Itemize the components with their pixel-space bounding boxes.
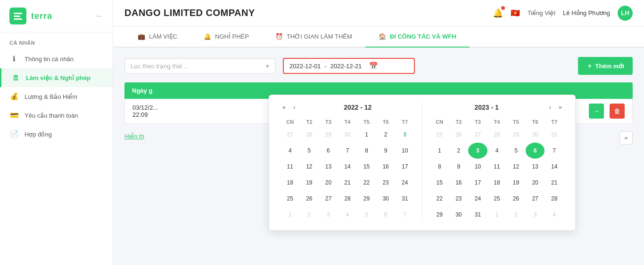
show-more-link[interactable]: Hiển th: [124, 133, 144, 140]
cal-day-cell[interactable]: 9: [376, 143, 396, 159]
cal-day-cell[interactable]: 19: [300, 175, 319, 191]
cal-day-cell[interactable]: 14: [545, 159, 564, 175]
cal-day-cell[interactable]: 15: [357, 159, 376, 175]
cal-day-cell[interactable]: 14: [338, 159, 357, 175]
cal-day-cell[interactable]: 28: [545, 191, 564, 207]
cal-day-cell[interactable]: 3: [395, 127, 414, 143]
status-filter-select[interactable]: Lọc theo trạng thái ... ▾: [124, 58, 275, 74]
cal-day-cell[interactable]: 6: [376, 207, 396, 223]
cal-day-cell[interactable]: 1: [281, 207, 300, 223]
tab-cong-tac[interactable]: 🏠ĐI CÔNG TÁC VÀ WFH: [365, 26, 470, 48]
cal-day-cell[interactable]: 27: [526, 191, 545, 207]
tab-lam-viec[interactable]: 💼LÀM VIỆC: [124, 26, 190, 48]
tab-thoi-gian[interactable]: ⏰THỜI GIAN LÀM THÊM: [262, 26, 365, 48]
cal-day-cell[interactable]: 2: [506, 207, 526, 223]
sidebar-item-thong-tin[interactable]: ℹThông tin cá nhân: [0, 49, 113, 68]
cal-day-cell[interactable]: 25: [430, 127, 449, 143]
cal-day-cell[interactable]: 13: [319, 159, 338, 175]
cal-day-cell[interactable]: 2: [300, 207, 319, 223]
cal-day-cell[interactable]: 29: [430, 207, 449, 223]
cal-day-cell[interactable]: 23: [376, 175, 396, 191]
cal-day-cell[interactable]: 5: [357, 207, 376, 223]
cal-day-cell[interactable]: 20: [319, 175, 338, 191]
cal-day-cell[interactable]: 2: [376, 127, 396, 143]
sidebar-item-yeu-cau[interactable]: 💳Yêu cầu thanh toán: [0, 106, 113, 125]
cal-day-cell[interactable]: 7: [395, 207, 414, 223]
cal-day-cell[interactable]: 30: [526, 127, 545, 143]
cal-day-cell[interactable]: 27: [281, 127, 300, 143]
cal-day-cell[interactable]: 5: [506, 143, 526, 159]
cal-day-cell[interactable]: 29: [319, 127, 338, 143]
cal-day-cell[interactable]: 10: [468, 159, 487, 175]
cal-day-cell[interactable]: 6: [319, 143, 338, 159]
cal-day-cell[interactable]: 16: [376, 159, 396, 175]
cal-day-cell[interactable]: 6: [526, 143, 545, 159]
cal-day-cell[interactable]: 4: [545, 207, 564, 223]
cal-day-cell[interactable]: 28: [300, 127, 319, 143]
sidebar-item-hop-dong[interactable]: 📄Hợp đồng: [0, 125, 113, 144]
notification-icon[interactable]: 🔔: [493, 8, 503, 18]
cal-day-cell[interactable]: 5: [300, 143, 319, 159]
cal-day-cell[interactable]: 27: [468, 127, 487, 143]
cal-day-cell[interactable]: 4: [338, 207, 357, 223]
cal-day-cell[interactable]: 2: [449, 143, 469, 159]
cal-day-cell[interactable]: 30: [376, 191, 396, 207]
cal-day-cell[interactable]: 17: [395, 159, 414, 175]
cal-day-cell[interactable]: 3: [526, 207, 545, 223]
cal-day-cell[interactable]: 30: [449, 207, 469, 223]
avatar[interactable]: LH: [618, 6, 633, 21]
cal-day-cell[interactable]: 31: [468, 207, 487, 223]
cal-day-cell[interactable]: 12: [506, 159, 526, 175]
action-view-button[interactable]: →: [589, 104, 604, 119]
cal-day-cell[interactable]: 22: [430, 191, 449, 207]
cal-day-cell[interactable]: 11: [487, 159, 507, 175]
cal-day-cell[interactable]: 9: [449, 159, 469, 175]
cal-day-cell[interactable]: 15: [430, 175, 449, 191]
cal-day-cell[interactable]: 11: [281, 159, 300, 175]
cal-day-cell[interactable]: 1: [487, 207, 507, 223]
cal-day-cell[interactable]: 25: [281, 191, 300, 207]
cal-day-cell[interactable]: 18: [281, 175, 300, 191]
cal-day-cell[interactable]: 3: [468, 143, 487, 159]
cal-day-cell[interactable]: 29: [506, 127, 526, 143]
cal-day-cell[interactable]: 23: [449, 191, 469, 207]
cal-day-cell[interactable]: 28: [338, 191, 357, 207]
cal-day-cell[interactable]: 26: [300, 191, 319, 207]
cal-day-cell[interactable]: 29: [357, 191, 376, 207]
date-range-picker[interactable]: 2022-12-01 - 2022-12-21 📅: [283, 58, 415, 74]
cal-day-cell[interactable]: 3: [319, 207, 338, 223]
cal-day-cell[interactable]: 30: [338, 127, 357, 143]
cal-day-cell[interactable]: 8: [430, 159, 449, 175]
cal-day-cell[interactable]: 17: [468, 175, 487, 191]
cal-day-cell[interactable]: 8: [357, 143, 376, 159]
add-new-button[interactable]: ＋ Thêm mới: [578, 57, 633, 75]
cal-day-cell[interactable]: 1: [357, 127, 376, 143]
cal-day-cell[interactable]: 26: [449, 127, 469, 143]
cal-day-cell[interactable]: 24: [395, 175, 414, 191]
sidebar-item-lam-viec[interactable]: 🗓Làm việc & Nghỉ phép: [0, 68, 113, 87]
username-label[interactable]: Lê Hồng Phương: [563, 9, 610, 16]
cal-day-cell[interactable]: 27: [319, 191, 338, 207]
cal-day-cell[interactable]: 21: [338, 175, 357, 191]
cal-day-cell[interactable]: 26: [506, 191, 526, 207]
sidebar-toggle-button[interactable]: ←: [96, 12, 103, 20]
cal-day-cell[interactable]: 31: [395, 191, 414, 207]
cal-day-cell[interactable]: 12: [300, 159, 319, 175]
cal-day-cell[interactable]: 18: [487, 175, 507, 191]
cal-day-cell[interactable]: 20: [526, 175, 545, 191]
cal-next-icon[interactable]: ›: [547, 103, 553, 112]
cal-day-cell[interactable]: 28: [487, 127, 507, 143]
pagination-next-button[interactable]: »: [619, 131, 633, 145]
cal-day-cell[interactable]: 16: [449, 175, 469, 191]
cal-day-cell[interactable]: 7: [545, 143, 564, 159]
action-delete-button[interactable]: 🗑: [610, 104, 625, 119]
cal-day-cell[interactable]: 21: [545, 175, 564, 191]
cal-day-cell[interactable]: 25: [487, 191, 507, 207]
cal-day-cell[interactable]: 13: [526, 159, 545, 175]
cal-day-cell[interactable]: 19: [506, 175, 526, 191]
cal-day-cell[interactable]: 22: [357, 175, 376, 191]
cal-day-cell[interactable]: 31: [545, 127, 564, 143]
language-selector[interactable]: Tiếng Việt: [528, 9, 555, 16]
cal-prev-prev-icon[interactable]: «: [281, 103, 288, 112]
cal-next-next-icon[interactable]: »: [557, 103, 564, 112]
